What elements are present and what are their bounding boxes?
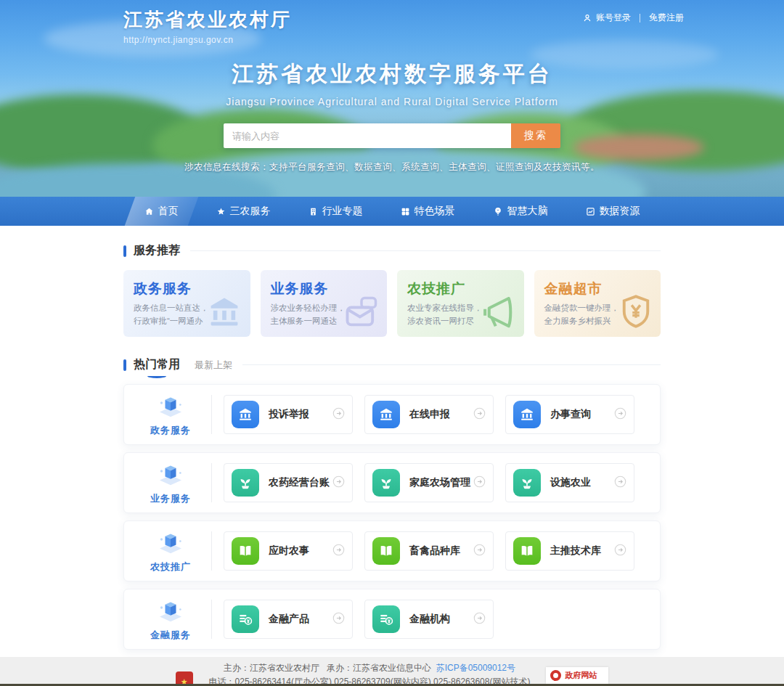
finance-icon: [232, 605, 259, 633]
search-hint: 涉农信息在线搜索：支持平台服务查询、数据查询、系统查询、主体查询、证照查询及农技…: [0, 161, 784, 173]
footer-host: 主办：江苏省农业农村厅: [224, 663, 319, 673]
nav-label: 三农服务: [230, 205, 271, 218]
nav-item-home[interactable]: 首页: [126, 197, 197, 226]
arrow-right-icon: [332, 612, 345, 627]
service-family-farm[interactable]: 家庭农场管理: [364, 463, 494, 502]
platform-subtitle: Jiangsu Province Agricultural and Rural …: [0, 96, 784, 107]
divider: [211, 531, 212, 571]
login-link[interactable]: 账号登录: [596, 12, 631, 24]
service-label: 主推技术库: [550, 544, 601, 558]
category-gov: 政务服务: [134, 392, 207, 437]
bank-icon: [372, 401, 400, 428]
service-pesticide-ledger[interactable]: 农药经营台账: [224, 463, 353, 502]
hot-row-gov: 政务服务 投诉举报 在线申报 办事查询: [123, 384, 661, 445]
category-business: 业务服务: [134, 460, 207, 505]
hot-row-agtech: 农技推广 应时农事 畜禽品种库 主推技术库: [123, 520, 661, 581]
search-input[interactable]: [224, 123, 511, 148]
search-bar: 搜索: [224, 123, 560, 148]
category-label: 政务服务: [150, 424, 191, 437]
arrow-right-icon: [614, 407, 626, 422]
service-complaint-report[interactable]: 投诉举报: [224, 395, 353, 434]
arrow-right-icon: [614, 544, 626, 559]
nav-label: 行业专题: [322, 205, 363, 218]
service-label: 设施农业: [550, 476, 591, 489]
nav-item-industry[interactable]: 行业专题: [290, 197, 382, 226]
hero-banner: 江苏省农业农村厅 http://nynct.jiangsu.gov.cn 账号登…: [0, 0, 784, 197]
cube-3d-icon: [155, 460, 186, 489]
home-icon: [144, 207, 154, 216]
footer-text: 主办：江苏省农业农村厅 承办：江苏省农业信息中心 苏ICP备05009012号 …: [209, 661, 531, 686]
book-icon: [232, 537, 259, 565]
service-finance-institutions[interactable]: 金融机构: [364, 600, 494, 639]
service-seasonal-farming[interactable]: 应时农事: [224, 531, 353, 571]
sprout-icon: [232, 469, 259, 497]
nav-item-brain[interactable]: 智慧大脑: [474, 197, 567, 226]
service-label: 投诉举报: [269, 408, 309, 421]
top-bar: 江苏省农业农村厅 http://nynct.jiangsu.gov.cn 账号登…: [123, 7, 684, 45]
section-accent-bar: [123, 359, 126, 371]
gov-site-badge[interactable]: 政府网站: [546, 667, 608, 684]
service-livestock-breeds[interactable]: 畜禽品种库: [364, 531, 494, 571]
service-finance-products[interactable]: 金融产品: [224, 600, 353, 639]
arrow-right-icon: [473, 612, 486, 627]
arrow-right-icon: [332, 475, 345, 491]
nav-item-scenes[interactable]: 特色场景: [382, 197, 474, 226]
shield-yuan-icon: [617, 292, 655, 331]
chart-icon: [586, 207, 595, 216]
star-icon: [216, 207, 226, 216]
service-label: 应时农事: [269, 544, 309, 558]
hot-row-business: 业务服务 农药经营台账 家庭农场管理 设施农业: [123, 452, 661, 513]
cube-3d-icon: [155, 597, 186, 626]
site-url: http://nynct.jiangsu.gov.cn: [123, 35, 292, 45]
tab-hot-common[interactable]: 热门常用: [134, 357, 180, 372]
page: 江苏省农业农村厅 http://nynct.jiangsu.gov.cn 账号登…: [0, 0, 784, 686]
sprout-icon: [372, 469, 400, 497]
card-gov-services[interactable]: 政务服务 政务信息一站直达， 行政审批“一网通办: [123, 270, 250, 337]
site-name: 江苏省农业农村厅: [123, 7, 292, 33]
arrow-right-icon: [473, 544, 486, 559]
register-link[interactable]: 免费注册: [649, 12, 684, 24]
service-key-technologies[interactable]: 主推技术库: [505, 531, 634, 571]
section-accent-bar: [123, 245, 126, 257]
section-title: 服务推荐: [134, 243, 180, 258]
building-icon: [309, 207, 318, 216]
divider: [640, 14, 640, 23]
card-finance-market[interactable]: 金融超市 金融贷款一键办理， 全力服务乡村振兴: [534, 270, 661, 337]
book-icon: [513, 537, 541, 565]
section-header-recommend: 服务推荐: [123, 243, 661, 258]
gov-badge-icon: [550, 670, 561, 681]
site-logo: 江苏省农业农村厅 http://nynct.jiangsu.gov.cn: [123, 7, 292, 45]
sprout-icon: [513, 469, 541, 497]
cube-3d-icon: [155, 392, 186, 421]
mail-icon: [342, 293, 381, 331]
nav-label: 智慧大脑: [507, 205, 548, 218]
nav-item-data[interactable]: 数据资源: [567, 197, 659, 226]
category-label: 业务服务: [150, 492, 191, 505]
arrow-right-icon: [473, 475, 486, 491]
nav-label: 特色场景: [415, 205, 455, 218]
service-online-declare[interactable]: 在线申报: [364, 395, 494, 434]
hot-row-finance: 金融服务 金融产品 金融机构: [123, 589, 661, 650]
finance-icon: [372, 605, 400, 633]
bank-icon: [204, 293, 245, 331]
service-label: 金融产品: [269, 613, 309, 626]
nav-label: 首页: [158, 205, 179, 218]
nav-item-sannong[interactable]: 三农服务: [197, 197, 290, 226]
main-nav: 首页 三农服务 行业专题 特色场景 智慧大脑 数据资源: [0, 197, 784, 226]
megaphone-icon: [476, 292, 518, 331]
grid-icon: [401, 207, 410, 216]
icp-link[interactable]: 苏ICP备05009012号: [436, 663, 515, 673]
card-agtech-promotion[interactable]: 农技推广 农业专家在线指导， 涉农资讯一网打尽: [397, 270, 524, 337]
gov-badge-label: 政府网站: [565, 670, 597, 681]
service-affair-query[interactable]: 办事查询: [505, 395, 634, 434]
tab-newest[interactable]: 最新上架: [195, 359, 232, 372]
search-button[interactable]: 搜索: [511, 123, 560, 148]
card-business-services[interactable]: 业务服务 涉农业务轻松办理， 主体服务一网通达: [261, 270, 388, 337]
service-label: 农药经营台账: [269, 476, 330, 489]
footer: ★ 主办：江苏省农业农村厅 承办：江苏省农业信息中心 苏ICP备05009012…: [0, 657, 784, 686]
section-rule: [242, 364, 661, 365]
service-facility-agriculture[interactable]: 设施农业: [505, 463, 634, 502]
main-content: 服务推荐 政务服务 政务信息一站直达， 行政审批“一网通办 业务服务 涉农业务轻…: [0, 226, 784, 657]
category-label: 金融服务: [150, 629, 191, 642]
hero-content: 江苏省农业农村数字服务平台 Jiangsu Province Agricultu…: [0, 60, 784, 173]
